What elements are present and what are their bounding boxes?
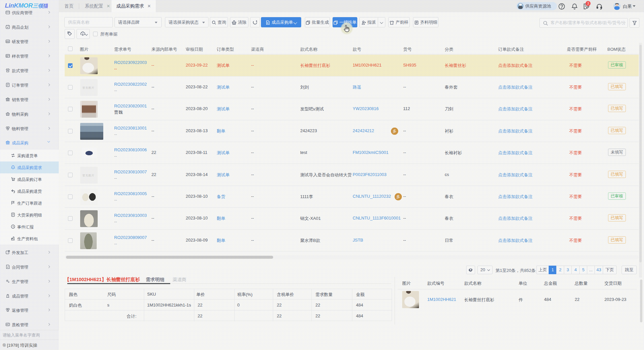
svg-text:CC: CC [6, 40, 9, 43]
